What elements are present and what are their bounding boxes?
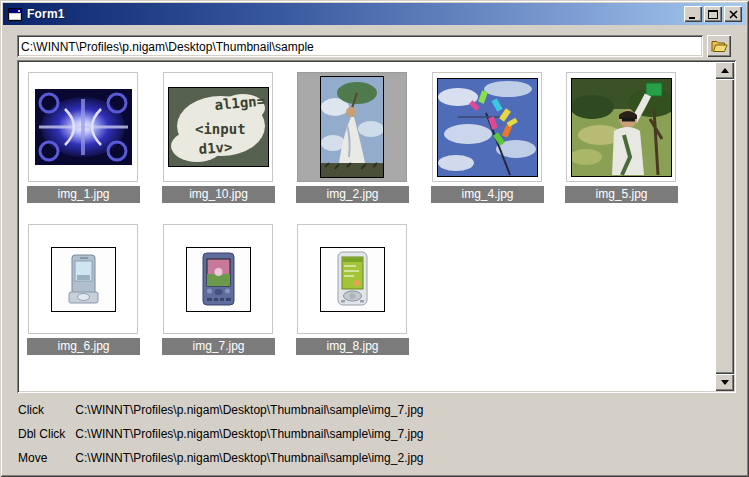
scrollbar-thumb[interactable] xyxy=(715,79,734,374)
thumbnail-image-img_5 xyxy=(572,79,671,176)
thumbnail-img_7[interactable] xyxy=(163,224,273,334)
path-input[interactable] xyxy=(17,35,703,57)
thumbnail-label[interactable]: img_7.jpg xyxy=(162,338,275,355)
open-folder-icon xyxy=(711,39,728,53)
thumbnail-image-img_4 xyxy=(438,79,537,176)
thumbnail-image-img_10: al1gn= <input d1v> xyxy=(169,88,268,166)
scroll-up-icon[interactable] xyxy=(715,62,734,79)
app-window: Form1 xyxy=(0,0,749,477)
thumbnail-label[interactable]: img_8.jpg xyxy=(296,338,409,355)
thumbnail-img_8[interactable] xyxy=(297,224,407,334)
status-value: C:\WINNT\Profiles\p.nigam\Desktop\Thumbn… xyxy=(75,403,423,417)
thumbnail-label[interactable]: img_10.jpg xyxy=(162,186,275,203)
thumbnail-img_1[interactable] xyxy=(28,72,138,182)
scroll-down-icon[interactable] xyxy=(715,374,734,391)
status-value: C:\WINNT\Profiles\p.nigam\Desktop\Thumbn… xyxy=(75,427,423,441)
status-label: Move xyxy=(18,451,72,465)
thumbnail-img_2[interactable] xyxy=(297,72,407,182)
thumbnail-panel: img_1.jpg al1gn= <input d1v> img_10.jpg xyxy=(17,60,736,393)
thumbnail-label[interactable]: img_2.jpg xyxy=(296,186,409,203)
status-row-click: Click C:\WINNT\Profiles\p.nigam\Desktop\… xyxy=(18,403,423,416)
thumbnail-image-img_7 xyxy=(187,248,250,311)
status-label: Dbl Click xyxy=(18,427,72,441)
status-label: Click xyxy=(18,403,72,417)
thumbnail-image-img_2 xyxy=(321,77,383,177)
svg-text:d1v>: d1v> xyxy=(198,139,233,157)
caption-buttons xyxy=(684,6,742,22)
minimize-icon[interactable] xyxy=(684,6,702,22)
thumbnail-img_5[interactable] xyxy=(566,72,676,182)
thumbnail-img_4[interactable] xyxy=(432,72,542,182)
status-row-dblclick: Dbl Click C:\WINNT\Profiles\p.nigam\Desk… xyxy=(18,427,423,440)
close-icon[interactable] xyxy=(724,6,742,22)
thumbnail-img_10[interactable]: al1gn= <input d1v> xyxy=(163,72,273,182)
form-icon xyxy=(7,7,23,22)
vertical-scrollbar[interactable] xyxy=(715,62,734,391)
window-title: Form1 xyxy=(27,7,65,21)
thumbnail-image-img_1 xyxy=(35,89,132,165)
thumbnail-img_6[interactable] xyxy=(28,224,138,334)
thumbnail-label[interactable]: img_1.jpg xyxy=(27,186,140,203)
svg-text:<input: <input xyxy=(195,121,246,137)
browse-button[interactable] xyxy=(707,35,731,57)
thumbnail-image-img_8 xyxy=(321,248,384,311)
status-row-move: Move C:\WINNT\Profiles\p.nigam\Desktop\T… xyxy=(18,451,423,464)
thumbnail-image-img_6 xyxy=(52,248,115,311)
status-value: C:\WINNT\Profiles\p.nigam\Desktop\Thumbn… xyxy=(75,451,423,465)
title-bar[interactable]: Form1 xyxy=(3,3,746,25)
thumbnail-label[interactable]: img_5.jpg xyxy=(565,186,678,203)
thumbnail-label[interactable]: img_4.jpg xyxy=(431,186,544,203)
thumbnail-label[interactable]: img_6.jpg xyxy=(27,338,140,355)
maximize-icon[interactable] xyxy=(704,6,722,22)
